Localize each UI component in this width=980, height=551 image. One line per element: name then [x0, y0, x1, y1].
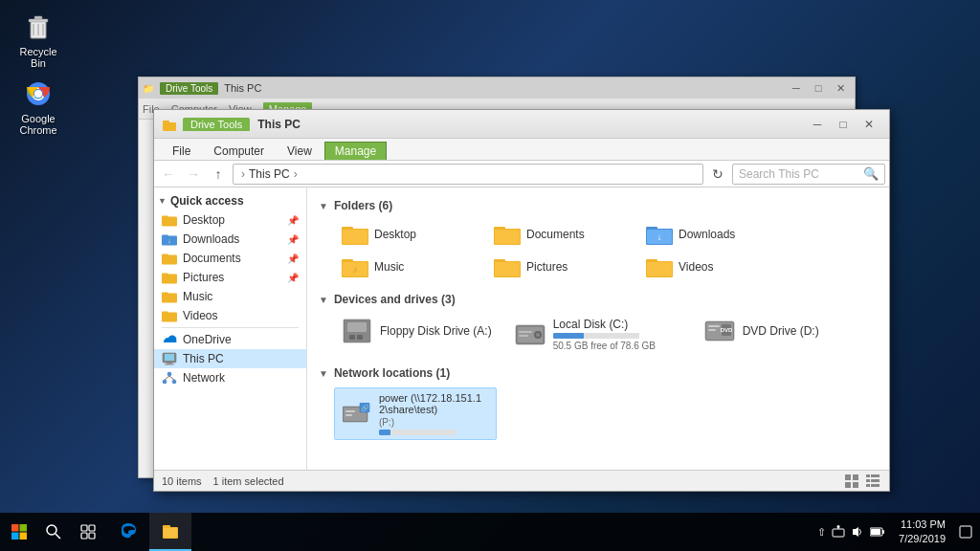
tray-network-icon[interactable] — [832, 525, 845, 539]
folder-desktop[interactable]: Desktop — [334, 220, 482, 249]
minimize-button[interactable]: ─ — [805, 116, 830, 133]
back-minimize[interactable]: ─ — [786, 80, 807, 96]
sidebar-item-pictures[interactable]: Pictures 📌 — [154, 268, 306, 287]
svg-rect-23 — [162, 313, 177, 322]
search-button[interactable] — [40, 518, 67, 545]
file-explorer-icon — [161, 521, 180, 540]
folder-documents-label: Documents — [526, 228, 585, 241]
folder-downloads[interactable]: ↓ Downloads — [638, 220, 787, 249]
desktop-folder-icon — [162, 213, 177, 227]
network-section-header[interactable]: ▼ Network locations (1) — [319, 366, 878, 380]
sidebar-videos-label: Videos — [183, 309, 217, 322]
statusbar: 10 items 1 item selected — [154, 470, 889, 491]
svg-rect-19 — [162, 275, 177, 284]
tab-manage[interactable]: Manage — [324, 142, 387, 160]
task-view-button[interactable] — [69, 513, 107, 551]
back-button[interactable]: ← — [158, 164, 179, 185]
svg-rect-11 — [163, 121, 169, 123]
recycle-bin-label: Recycle Bin — [11, 46, 65, 69]
address-box[interactable]: › This PC › — [233, 164, 703, 185]
battery-tray-icon — [870, 526, 885, 538]
devices-section-header[interactable]: ▼ Devices and drives (3) — [319, 293, 878, 306]
network-drive-power[interactable]: 🔗 power (\\172.18.151.12\share\test) (P:… — [334, 387, 497, 440]
tray-time[interactable]: 11:03 PM 7/29/2019 — [891, 518, 953, 547]
taskbar: ⇧ — [0, 513, 980, 551]
tray-up-arrow[interactable]: ⇧ — [817, 526, 826, 539]
network-icon — [162, 371, 177, 385]
back-close[interactable]: ✕ — [830, 80, 851, 96]
quick-access-group[interactable]: ▼ Quick access — [154, 191, 306, 210]
sidebar-item-network[interactable]: Network — [154, 368, 306, 387]
svg-point-29 — [167, 372, 171, 376]
back-maximize[interactable]: □ — [808, 80, 829, 96]
svg-rect-99 — [833, 529, 844, 537]
downloads-folder-icon: ↓ — [646, 224, 673, 245]
search-box[interactable]: Search This PC 🔍 — [732, 164, 885, 185]
sidebar-item-videos[interactable]: Videos — [154, 306, 306, 325]
svg-rect-10 — [163, 122, 176, 131]
window-controls: ─ □ ✕ — [805, 116, 881, 133]
dvd-info: DVD Drive (D:) — [743, 324, 819, 338]
large-icons-view-icon — [845, 474, 858, 488]
sidebar-separator-1 — [162, 327, 299, 328]
svg-rect-95 — [89, 533, 95, 539]
folder-music-label: Music — [374, 260, 404, 274]
local-c-label: Local Disk (C:) — [553, 318, 656, 331]
up-button[interactable]: ↑ — [208, 164, 229, 185]
svg-rect-57 — [357, 335, 363, 340]
drive-local-c[interactable]: Local Disk (C:) 50.5 GB free of 78.6 GB — [507, 314, 689, 355]
drive-floppy[interactable]: Floppy Disk Drive (A:) — [334, 314, 500, 348]
svg-rect-84 — [866, 484, 870, 487]
view-details[interactable] — [864, 473, 881, 490]
search-icon: 🔍 — [863, 166, 879, 181]
sidebar-item-this-pc[interactable]: This PC — [154, 349, 306, 368]
desktop: Recycle Bin Google Chrome 📁 Drive Tools … — [0, 0, 980, 551]
refresh-button[interactable]: ↻ — [707, 164, 728, 185]
tab-file[interactable]: File — [162, 142, 201, 160]
sidebar-item-onedrive[interactable]: OneDrive — [154, 330, 306, 349]
sidebar-onedrive-label: OneDrive — [183, 333, 232, 346]
quick-access-label: Quick access — [170, 194, 244, 208]
svg-point-90 — [47, 525, 56, 535]
power-share-bar-container — [379, 430, 456, 435]
music-folder-icon — [162, 290, 177, 303]
tray-battery-icon[interactable] — [870, 526, 885, 538]
svg-line-91 — [56, 534, 60, 539]
floppy-drive-icon — [342, 318, 372, 344]
sidebar-item-desktop[interactable]: Desktop 📌 — [154, 210, 306, 230]
drive-dvd[interactable]: DVD DVD Drive (D:) — [697, 314, 859, 348]
tab-view[interactable]: View — [277, 142, 323, 160]
pictures-folder-icon — [162, 271, 177, 284]
volume-tray-icon — [851, 525, 864, 539]
folder-music[interactable]: ♪ Music — [334, 253, 482, 281]
view-large-icons[interactable] — [843, 473, 860, 490]
svg-rect-79 — [853, 482, 858, 488]
sidebar-item-music[interactable]: Music — [154, 287, 306, 306]
chrome-icon[interactable]: Google Chrome — [8, 75, 69, 140]
ribbon-tabs: File Computer View Manage — [154, 139, 889, 160]
back-titlebar: 📁 Drive Tools This PC ─ □ ✕ — [139, 77, 855, 99]
folder-pictures[interactable]: Pictures — [486, 253, 635, 281]
forward-button[interactable]: → — [183, 164, 204, 185]
folder-documents[interactable]: Documents — [486, 220, 635, 249]
svg-rect-28 — [165, 364, 174, 365]
svg-rect-78 — [845, 482, 851, 488]
sidebar-item-downloads[interactable]: ↓ Downloads 📌 — [154, 230, 306, 249]
tray-volume-icon[interactable] — [851, 525, 864, 539]
taskbar-edge[interactable] — [107, 513, 149, 551]
sidebar-item-documents[interactable]: Documents 📌 — [154, 249, 306, 268]
folders-section-header[interactable]: ▼ Folders (6) — [319, 199, 878, 212]
svg-rect-62 — [519, 331, 532, 333]
start-button[interactable] — [0, 513, 38, 551]
taskbar-file-explorer[interactable] — [149, 513, 191, 551]
recycle-bin-icon[interactable]: Recycle Bin — [8, 8, 69, 73]
tray-notification[interactable] — [959, 525, 972, 539]
sidebar: ▼ Quick access Desktop 📌 ↓ Downloads 📌 D… — [154, 187, 307, 470]
sidebar-documents-label: Documents — [183, 252, 241, 265]
close-button[interactable]: ✕ — [857, 116, 881, 133]
maximize-button[interactable]: □ — [831, 116, 856, 133]
folder-videos[interactable]: Videos — [638, 253, 787, 281]
svg-rect-36 — [343, 230, 368, 244]
tab-computer[interactable]: Computer — [203, 142, 275, 160]
explorer-icon — [162, 117, 177, 132]
